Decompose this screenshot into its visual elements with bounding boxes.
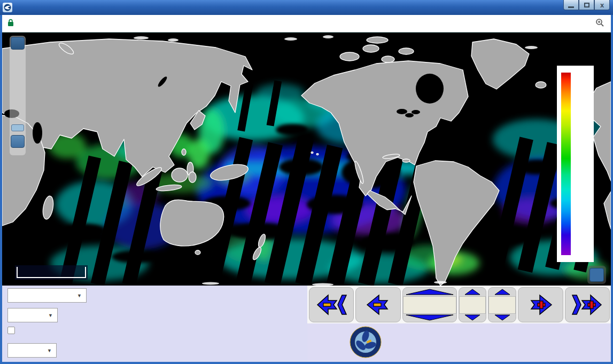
day-down-button[interactable] <box>488 314 516 322</box>
map-zoom-control <box>10 36 26 155</box>
month-spinner <box>459 287 487 322</box>
caret-down-icon: ▼ <box>47 348 52 353</box>
star-ocean-color-logo[interactable] <box>349 326 386 359</box>
star-emblem-icon <box>349 326 382 359</box>
page-zoom-icon[interactable] <box>595 18 604 29</box>
browser-window: x <box>0 0 613 364</box>
oc-data-checkbox[interactable] <box>7 327 15 334</box>
zoom-in-button[interactable] <box>11 37 25 50</box>
day-spinner <box>488 287 516 322</box>
info-button[interactable] <box>587 266 606 284</box>
next-fast-button[interactable] <box>565 287 610 322</box>
colorbar-gradient <box>561 73 571 255</box>
minimize-icon <box>568 6 574 8</box>
noaa-logo-icon <box>3 3 12 12</box>
info-icon <box>589 268 604 282</box>
close-icon: x <box>600 2 604 9</box>
prev-fast-button[interactable] <box>309 287 354 322</box>
caret-down-icon: ▼ <box>77 293 82 298</box>
prev-day-button[interactable] <box>355 287 400 322</box>
date-navigation <box>307 286 611 323</box>
left-arrow-icon <box>361 292 395 318</box>
address-bar[interactable] <box>2 15 611 33</box>
year-value[interactable] <box>403 296 456 314</box>
branding-bar <box>307 323 611 362</box>
world-map-image <box>2 33 611 286</box>
double-left-arrow-icon <box>314 292 348 318</box>
control-panel: ▼ ▼ ▼ <box>2 286 611 362</box>
year-up-button[interactable] <box>403 288 456 296</box>
month-up-button[interactable] <box>459 288 486 296</box>
options-panel: ▼ ▼ ▼ <box>2 286 307 362</box>
maximize-button[interactable] <box>579 0 594 10</box>
year-spinner <box>402 287 457 322</box>
minimize-button[interactable] <box>563 0 579 10</box>
title-bar[interactable]: x <box>0 0 613 15</box>
processing-select[interactable]: ▼ <box>7 308 58 322</box>
day-up-button[interactable] <box>488 288 516 296</box>
map-scale <box>15 265 88 280</box>
caret-down-icon: ▼ <box>48 313 53 318</box>
close-button[interactable]: x <box>594 0 610 10</box>
window-controls: x <box>563 0 610 10</box>
right-arrow-icon <box>524 292 558 318</box>
year-down-button[interactable] <box>403 314 456 322</box>
day-value[interactable] <box>488 296 516 314</box>
chlorophyll-colorbar <box>557 66 594 262</box>
maximize-icon <box>584 3 589 7</box>
secure-lock-icon <box>7 19 14 28</box>
product-select[interactable]: ▼ <box>7 343 57 358</box>
oc-data-option[interactable] <box>7 327 20 334</box>
double-right-arrow-icon <box>570 292 604 318</box>
zoom-out-button[interactable] <box>11 135 25 148</box>
ocean-color-map[interactable] <box>2 33 611 286</box>
month-down-button[interactable] <box>459 314 486 322</box>
zoom-slider-handle[interactable] <box>11 124 24 131</box>
scale-bracket <box>17 267 86 278</box>
next-day-button[interactable] <box>518 287 563 322</box>
month-value[interactable] <box>459 296 486 314</box>
sensor-select[interactable]: ▼ <box>7 288 87 303</box>
date-panel <box>307 286 611 362</box>
